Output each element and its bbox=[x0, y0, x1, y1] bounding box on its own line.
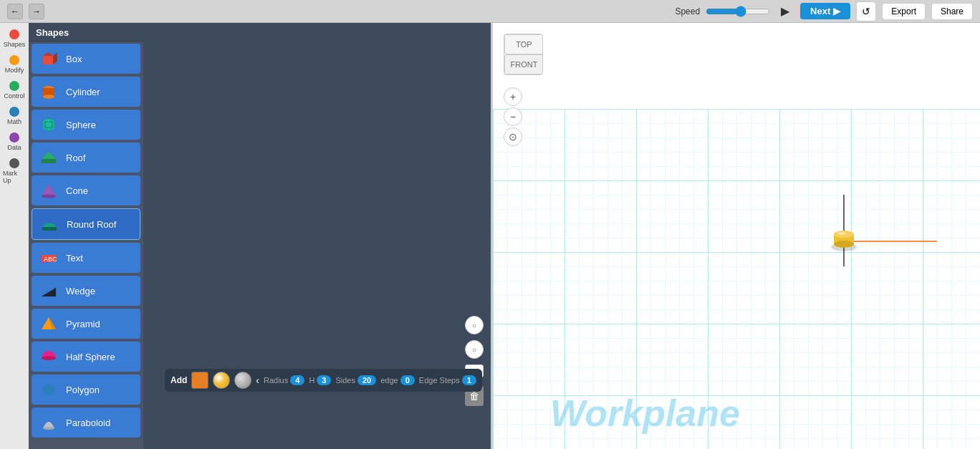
wedge-label: Wedge bbox=[66, 286, 95, 296]
add-label: Add bbox=[170, 375, 187, 385]
svg-marker-11 bbox=[42, 184, 56, 196]
wedge-icon bbox=[39, 281, 59, 301]
viewport[interactable]: TOP FRONT + − ⊙ Workplane bbox=[493, 23, 980, 449]
play-button[interactable]: ▶ bbox=[776, 2, 794, 21]
shape-color-swatch[interactable] bbox=[191, 372, 208, 389]
svg-marker-1 bbox=[43, 52, 53, 56]
shapes-panel-header: Shapes bbox=[29, 23, 143, 42]
category-modify[interactable]: Modify bbox=[1, 52, 27, 77]
cone-label: Cone bbox=[66, 185, 88, 196]
paraboloid-icon bbox=[39, 412, 59, 433]
shape-round-roof[interactable]: Round Roof bbox=[32, 208, 140, 240]
export-button[interactable]: Export bbox=[882, 3, 926, 20]
top-view-btn[interactable]: TOP bbox=[504, 34, 543, 54]
pyramid-icon bbox=[39, 314, 59, 334]
add-toolbar: Add ‹ Radius 4 H 3 Sides 20 edge 0 Edg bbox=[165, 369, 482, 392]
roof-icon bbox=[39, 148, 59, 168]
svg-point-22 bbox=[43, 427, 54, 430]
svg-point-20 bbox=[42, 356, 56, 360]
circle-btn-2[interactable]: ○ bbox=[465, 340, 484, 359]
modify-dot bbox=[9, 55, 19, 65]
svg-rect-10 bbox=[42, 159, 56, 163]
cone-icon bbox=[39, 180, 59, 201]
svg-point-5 bbox=[43, 95, 54, 99]
shape-cone[interactable]: Cone bbox=[32, 175, 140, 206]
h-value[interactable]: 3 bbox=[317, 375, 331, 385]
shape-cylinder[interactable]: Cylinder bbox=[32, 77, 140, 107]
h-group: H 3 bbox=[309, 375, 331, 385]
front-view-btn[interactable]: FRONT bbox=[504, 54, 543, 74]
sides-group: Sides 20 bbox=[335, 375, 376, 385]
round-roof-label: Round Roof bbox=[67, 219, 116, 230]
category-tabs: Shapes Modify Control Math Data Mark Up bbox=[0, 23, 29, 449]
back-button[interactable]: ← bbox=[7, 4, 23, 19]
svg-text:ABC: ABC bbox=[44, 256, 57, 263]
next-button[interactable]: Next ▶ bbox=[800, 3, 850, 19]
shapes-dot bbox=[9, 29, 19, 39]
data-dot bbox=[9, 132, 19, 143]
math-dot bbox=[9, 107, 19, 117]
chevron-left-btn[interactable]: ‹ bbox=[256, 375, 259, 386]
box-icon bbox=[39, 49, 59, 69]
category-data[interactable]: Data bbox=[1, 130, 27, 154]
zoom-reset-btn[interactable]: ⊙ bbox=[504, 127, 522, 146]
round-roof-icon bbox=[39, 214, 59, 234]
category-control[interactable]: Control bbox=[1, 78, 27, 102]
shape-paraboloid[interactable]: Paraboloid bbox=[32, 407, 140, 438]
edge-value[interactable]: 0 bbox=[400, 375, 415, 385]
zoom-in-btn[interactable]: + bbox=[504, 87, 522, 106]
category-shapes[interactable]: Shapes bbox=[1, 26, 27, 51]
shape-sphere[interactable]: Sphere bbox=[32, 110, 140, 140]
grid-canvas bbox=[493, 23, 980, 449]
pyramid-label: Pyramid bbox=[66, 319, 100, 329]
text-icon: ABC bbox=[39, 248, 59, 268]
radius-group: Radius 4 bbox=[264, 375, 304, 385]
edge-steps-group: Edge Steps 1 bbox=[419, 375, 476, 385]
sphere-label: Sphere bbox=[66, 120, 96, 130]
edge-steps-value[interactable]: 1 bbox=[462, 375, 476, 385]
shape-text[interactable]: ABC Text bbox=[32, 243, 140, 273]
svg-marker-2 bbox=[53, 52, 57, 64]
svg-point-29 bbox=[834, 241, 854, 248]
circle-btn-1[interactable]: ○ bbox=[465, 316, 484, 334]
reset-button[interactable]: ↺ bbox=[856, 1, 876, 21]
radius-value[interactable]: 4 bbox=[290, 375, 304, 385]
roof-label: Roof bbox=[66, 153, 85, 163]
sphere-icon bbox=[39, 115, 59, 135]
material-btn-gray[interactable] bbox=[234, 372, 251, 389]
text-label: Text bbox=[66, 253, 83, 264]
zoom-out-btn[interactable]: − bbox=[504, 107, 522, 126]
half-sphere-icon bbox=[39, 347, 59, 367]
shape-pyramid[interactable]: Pyramid bbox=[32, 309, 140, 339]
svg-marker-17 bbox=[42, 288, 56, 296]
control-dot bbox=[9, 81, 19, 91]
markup-dot bbox=[9, 158, 19, 168]
share-button[interactable]: Share bbox=[931, 3, 973, 20]
paraboloid-label: Paraboloid bbox=[66, 417, 110, 428]
cylinder-label: Cylinder bbox=[66, 87, 100, 97]
shape-polygon[interactable]: Polygon bbox=[32, 375, 140, 405]
shape-half-sphere[interactable]: Half Sphere bbox=[32, 342, 140, 372]
svg-point-6 bbox=[42, 118, 55, 131]
material-btn-yellow[interactable] bbox=[213, 372, 230, 389]
edge-label: edge bbox=[380, 376, 398, 385]
svg-point-30 bbox=[837, 232, 846, 235]
speed-slider[interactable] bbox=[706, 6, 770, 17]
sides-label: Sides bbox=[335, 376, 355, 385]
forward-button[interactable]: → bbox=[29, 4, 44, 19]
cylinder-icon bbox=[39, 82, 59, 102]
edge-steps-label: Edge Steps bbox=[419, 376, 460, 385]
shape-box[interactable]: Box bbox=[32, 44, 140, 74]
h-label: H bbox=[309, 376, 314, 385]
shapes-panel: Shapes Box Cylinder bbox=[29, 23, 143, 449]
code-area[interactable]: Add ‹ Radius 4 H 3 Sides 20 edge 0 Edg bbox=[143, 23, 491, 449]
shape-wedge[interactable]: Wedge bbox=[32, 276, 140, 306]
sides-value[interactable]: 20 bbox=[357, 375, 376, 385]
svg-marker-9 bbox=[42, 152, 56, 159]
radius-label: Radius bbox=[264, 376, 288, 385]
shape-roof[interactable]: Roof bbox=[32, 143, 140, 173]
category-math[interactable]: Math bbox=[1, 104, 27, 128]
category-markup[interactable]: Mark Up bbox=[1, 155, 27, 187]
main-area: Shapes Modify Control Math Data Mark Up … bbox=[0, 23, 980, 449]
edge-group: edge 0 bbox=[380, 375, 415, 385]
